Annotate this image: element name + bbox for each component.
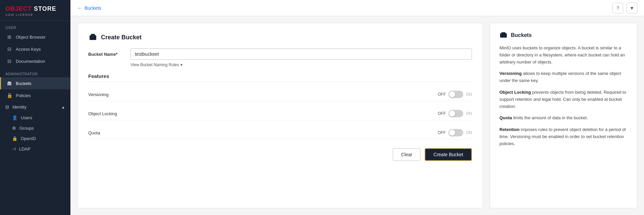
buckets-icon xyxy=(6,80,12,86)
back-arrow-icon[interactable]: ← xyxy=(77,5,83,11)
sidebar-item-label: Identity xyxy=(12,104,26,110)
create-bucket-panel: Create Bucket Bucket Name* View Bucket N… xyxy=(77,23,483,208)
bucket-name-label: Bucket Name* xyxy=(88,52,125,57)
main-content: ← Buckets ? ▼ Create Bucket Bucket Name* xyxy=(70,0,644,215)
versioning-on-label: ON xyxy=(466,92,472,97)
topbar: ← Buckets ? ▼ xyxy=(70,0,644,16)
form-actions: Clear Create Bucket xyxy=(88,148,472,161)
quota-toggle-group: OFF ON xyxy=(438,129,472,136)
sidebar-sub-item-users[interactable]: 👤 Users xyxy=(0,113,70,123)
chevron-down-icon: ▾ xyxy=(180,62,182,67)
panel-title: Create Bucket xyxy=(88,33,472,42)
identity-icon: ⊟ xyxy=(5,104,9,110)
groups-icon: ⚙ xyxy=(12,126,16,131)
breadcrumb: ← Buckets xyxy=(77,5,101,11)
svg-rect-3 xyxy=(91,34,95,36)
quota-on-label: ON xyxy=(466,130,472,135)
users-icon: 👤 xyxy=(12,115,17,120)
brand-part2: STORE xyxy=(34,5,56,12)
panel-title-text: Create Bucket xyxy=(101,34,142,41)
bucket-icon xyxy=(88,33,98,42)
sidebar-item-object-browser[interactable]: ⊞ Object Browser xyxy=(0,31,70,43)
sidebar: OBJECT STORE AGM LICENSE User ⊞ Object B… xyxy=(0,0,70,215)
sidebar-item-access-keys[interactable]: ⊟ Access Keys xyxy=(0,43,70,55)
policies-icon: 🔒 xyxy=(6,92,12,98)
svg-rect-5 xyxy=(501,32,505,34)
breadcrumb-link[interactable]: Buckets xyxy=(85,5,101,11)
sidebar-item-label: Access Keys xyxy=(16,47,41,52)
versioning-toggle-group: OFF ON xyxy=(438,91,472,98)
info-bucket-icon xyxy=(499,31,507,39)
object-locking-row: Object Locking OFF ON xyxy=(88,107,472,120)
object-locking-toggle[interactable] xyxy=(448,110,463,117)
info-paragraph-1: MinIO uses buckets to organize objects. … xyxy=(499,45,628,66)
quota-row: Quota OFF ON xyxy=(88,126,472,139)
quota-label: Quota xyxy=(88,130,100,135)
chevron-up-icon: ▲ xyxy=(61,105,65,109)
sidebar-item-label: Buckets xyxy=(16,81,31,86)
content-area: Create Bucket Bucket Name* View Bucket N… xyxy=(70,16,644,215)
sidebar-sub-item-groups[interactable]: ⚙ Groups xyxy=(0,123,70,133)
features-title: Features xyxy=(88,73,472,82)
versioning-off-label: OFF xyxy=(438,92,446,97)
sidebar-item-label: OpenID xyxy=(21,136,36,141)
topbar-actions: ? ▼ xyxy=(612,3,637,13)
svg-rect-0 xyxy=(7,82,11,85)
bucket-name-input[interactable] xyxy=(130,48,472,60)
sidebar-item-label: Documentation xyxy=(16,59,45,64)
info-paragraph-4: Quota limits the amount of data in the b… xyxy=(499,115,628,122)
section-label-user: User xyxy=(0,21,70,31)
object-locking-toggle-group: OFF ON xyxy=(438,110,472,117)
sidebar-item-label: Object Browser xyxy=(16,35,46,40)
access-keys-icon: ⊟ xyxy=(6,46,12,52)
sidebar-item-label: Users xyxy=(21,115,32,120)
user-menu-button[interactable]: ▼ xyxy=(627,3,637,13)
info-title-text: Buckets xyxy=(511,32,532,38)
quota-toggle[interactable] xyxy=(448,129,463,136)
info-panel-title: Buckets xyxy=(499,31,628,39)
object-locking-on-label: ON xyxy=(466,111,472,116)
svg-rect-1 xyxy=(8,82,11,83)
quota-off-label: OFF xyxy=(438,130,446,135)
sidebar-sub-item-ldap[interactable]: ⊣ LDAP xyxy=(0,144,70,154)
documentation-icon: ⊟ xyxy=(6,58,12,64)
section-label-admin: Administrator xyxy=(0,67,70,77)
svg-rect-2 xyxy=(90,35,96,40)
brand-part1: OBJECT xyxy=(5,5,32,12)
info-paragraph-3: Object Locking prevents objects from bei… xyxy=(499,89,628,110)
clear-button[interactable]: Clear xyxy=(393,148,421,161)
versioning-label: Versioning xyxy=(88,92,109,97)
sidebar-item-policies[interactable]: 🔒 Policies xyxy=(0,89,70,101)
ldap-icon: ⊣ xyxy=(12,146,16,152)
sidebar-item-label: Groups xyxy=(19,126,34,131)
brand-sub: AGM LICENSE xyxy=(5,13,65,16)
info-paragraph-5: Retention imposes rules to prevent objec… xyxy=(499,126,628,147)
sidebar-item-label: LDAP xyxy=(19,146,31,152)
brand-name: OBJECT STORE xyxy=(5,5,65,12)
object-locking-off-label: OFF xyxy=(438,111,446,116)
object-browser-icon: ⊞ xyxy=(6,34,12,40)
sidebar-item-label: Policies xyxy=(16,93,31,98)
create-bucket-button[interactable]: Create Bucket xyxy=(425,148,472,161)
info-paragraph-2: Versioning allows to keep multiple versi… xyxy=(499,70,628,84)
sidebar-sub-item-openid[interactable]: 🔒 OpenID xyxy=(0,133,70,144)
versioning-row: Versioning OFF ON xyxy=(88,88,472,101)
versioning-toggle[interactable] xyxy=(448,91,463,98)
object-locking-label: Object Locking xyxy=(88,111,117,116)
sidebar-item-buckets[interactable]: Buckets xyxy=(0,77,70,89)
sidebar-item-documentation[interactable]: ⊟ Documentation xyxy=(0,55,70,67)
sidebar-item-identity[interactable]: ⊟ Identity ▲ xyxy=(0,101,70,113)
naming-rules-link[interactable]: View Bucket Naming Rules ▾ xyxy=(130,62,472,67)
openid-icon: 🔒 xyxy=(12,136,17,141)
bucket-name-field-row: Bucket Name* xyxy=(88,48,472,60)
info-panel: Buckets MinIO uses buckets to organize o… xyxy=(490,23,637,208)
logo: OBJECT STORE AGM LICENSE xyxy=(0,0,70,21)
help-button[interactable]: ? xyxy=(612,3,623,13)
